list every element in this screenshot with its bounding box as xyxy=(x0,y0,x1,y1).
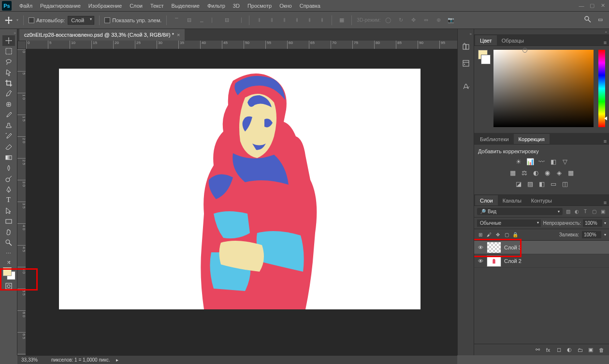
hue-icon[interactable]: ▦ xyxy=(508,168,518,177)
close-tab-icon[interactable]: × xyxy=(177,32,180,38)
menu-view[interactable]: Просмотр xyxy=(244,1,276,11)
distribute-bottom-icon[interactable]: ⫴ xyxy=(279,15,289,25)
layer-name-label[interactable]: Слой 3 xyxy=(504,245,606,250)
3d-pan-icon[interactable]: ✥ xyxy=(408,15,418,25)
tab-libraries[interactable]: Библиотеки xyxy=(475,134,514,144)
photo-filter-icon[interactable]: ◉ xyxy=(543,168,552,177)
opacity-input[interactable]: 100% xyxy=(583,219,602,227)
tab-channels[interactable]: Каналы xyxy=(498,195,526,205)
color-chips[interactable] xyxy=(2,267,15,281)
lookup-icon[interactable]: ▦ xyxy=(566,168,576,177)
selective-color-icon[interactable]: ◫ xyxy=(560,179,570,188)
lock-artboard-icon[interactable]: ▢ xyxy=(503,232,510,238)
close-icon[interactable]: ✕ xyxy=(598,2,607,9)
status-info[interactable]: пикселов: 1 = 1,0000 пикс. xyxy=(51,357,110,363)
align-vcenter-icon[interactable]: ⊟ xyxy=(184,15,194,25)
quick-mask-icon[interactable] xyxy=(2,281,15,291)
zoom-tool[interactable] xyxy=(2,237,15,248)
visibility-toggle[interactable]: 👁 xyxy=(477,258,484,264)
filter-pixel-icon[interactable]: ▧ xyxy=(565,208,571,215)
link-layers-icon[interactable]: ⚯ xyxy=(534,346,541,354)
3d-camera-icon[interactable]: 📷 xyxy=(446,15,456,25)
hue-slider[interactable] xyxy=(598,50,605,127)
character-panel-icon[interactable] xyxy=(460,81,472,92)
brightness-icon[interactable]: ☀ xyxy=(514,157,523,166)
align-left-icon[interactable]: ⎸ xyxy=(209,15,219,25)
ruler-origin[interactable] xyxy=(17,41,26,49)
align-bottom-icon[interactable]: ⎽ xyxy=(197,15,206,25)
move-tool[interactable] xyxy=(2,35,15,46)
panel-menu-icon[interactable]: ≡ xyxy=(601,200,609,205)
tab-swatches[interactable]: Образцы xyxy=(497,35,529,45)
layer-row[interactable]: 👁Слой 3 xyxy=(474,241,609,254)
color-field[interactable] xyxy=(493,50,594,127)
quick-select-tool[interactable] xyxy=(2,67,15,78)
status-zoom[interactable]: 33,33% xyxy=(21,357,45,363)
layer-filter-dropdown[interactable]: 🔎Вид▾ xyxy=(477,208,563,215)
align-right-icon[interactable]: ⎹ xyxy=(234,15,244,25)
bw-icon[interactable]: ◐ xyxy=(531,168,541,177)
menu-file[interactable]: Файл xyxy=(15,1,36,11)
menu-image[interactable]: Изображение xyxy=(85,1,126,11)
filter-adjust-icon[interactable]: ◐ xyxy=(573,208,580,215)
menu-type[interactable]: Текст xyxy=(146,1,168,11)
menu-select[interactable]: Выделение xyxy=(168,1,203,11)
eyedropper-tool[interactable] xyxy=(2,88,15,99)
auto-select-checkbox[interactable]: Автовыбор: xyxy=(29,17,65,23)
minimize-icon[interactable]: — xyxy=(577,2,586,9)
distribute-top-icon[interactable]: ⫴ xyxy=(254,15,264,25)
gradient-tool[interactable] xyxy=(2,152,15,163)
levels-icon[interactable]: 📊 xyxy=(525,157,535,166)
ruler-vertical[interactable]: 051 01 52 02 53 03 54 04 55 05 56 06 57 … xyxy=(17,49,26,355)
pen-tool[interactable] xyxy=(2,184,15,195)
stamp-tool[interactable] xyxy=(2,120,15,131)
lasso-tool[interactable] xyxy=(2,57,15,67)
tab-adjustments[interactable]: Коррекция xyxy=(514,134,550,144)
vibrance-icon[interactable]: ▽ xyxy=(560,157,570,166)
align-hcenter-icon[interactable]: ⊟ xyxy=(222,15,232,25)
distribute-left-icon[interactable]: ⫵ xyxy=(292,15,302,25)
3d-zoom-icon[interactable]: ⊕ xyxy=(434,15,443,25)
3d-orbit-icon[interactable]: ◯ xyxy=(383,15,393,25)
menu-3d[interactable]: 3D xyxy=(229,1,244,11)
dodge-tool[interactable] xyxy=(2,174,15,184)
layer-thumbnail[interactable] xyxy=(487,242,501,253)
filter-shape-icon[interactable]: ▢ xyxy=(591,208,597,215)
swap-colors-icon[interactable]: ⤭ xyxy=(2,259,15,265)
3d-slide-icon[interactable]: ⇔ xyxy=(421,15,431,25)
fill-input[interactable]: 100% xyxy=(582,231,601,238)
history-panel-icon[interactable] xyxy=(460,41,472,53)
menu-layer[interactable]: Слои xyxy=(126,1,146,11)
blend-mode-dropdown[interactable]: Обычные xyxy=(477,219,541,227)
more-tools-icon[interactable]: ⋯ xyxy=(2,248,15,259)
filter-smart-icon[interactable]: ▣ xyxy=(599,208,606,215)
3d-roll-icon[interactable]: ↻ xyxy=(396,15,406,25)
new-adjustment-icon[interactable]: ◐ xyxy=(566,346,573,354)
color-picker-cursor[interactable] xyxy=(522,48,527,53)
layer-name-label[interactable]: Слой 2 xyxy=(504,258,606,264)
gradient-map-icon[interactable]: ▭ xyxy=(549,179,558,188)
lock-transparent-icon[interactable]: ⊞ xyxy=(477,232,484,238)
visibility-toggle[interactable]: 👁 xyxy=(477,244,484,251)
tab-paths[interactable]: Контуры xyxy=(526,195,557,205)
foreground-color[interactable] xyxy=(3,267,12,276)
new-group-icon[interactable]: 🗀 xyxy=(576,346,584,354)
tab-color[interactable]: Цвет xyxy=(475,35,497,45)
new-layer-icon[interactable]: ▣ xyxy=(587,346,594,354)
hue-cursor[interactable] xyxy=(604,116,607,120)
tab-layers[interactable]: Слои xyxy=(475,195,498,205)
lock-all-icon[interactable]: 🔒 xyxy=(512,232,519,238)
exposure-icon[interactable]: ◧ xyxy=(549,157,558,166)
posterize-icon[interactable]: ▨ xyxy=(525,179,535,188)
marquee-tool[interactable] xyxy=(2,46,15,57)
brush-tool[interactable] xyxy=(2,110,15,120)
distribute-vcenter-icon[interactable]: ⫴ xyxy=(267,15,276,25)
crop-tool[interactable] xyxy=(2,78,15,88)
canvas[interactable] xyxy=(59,69,420,309)
properties-panel-icon[interactable] xyxy=(460,58,472,69)
history-brush-tool[interactable] xyxy=(2,131,15,142)
channel-mixer-icon[interactable]: ◈ xyxy=(554,168,564,177)
hand-tool[interactable] xyxy=(2,227,15,237)
type-tool[interactable]: T xyxy=(2,195,15,205)
layer-mask-icon[interactable]: ◻ xyxy=(555,346,563,354)
